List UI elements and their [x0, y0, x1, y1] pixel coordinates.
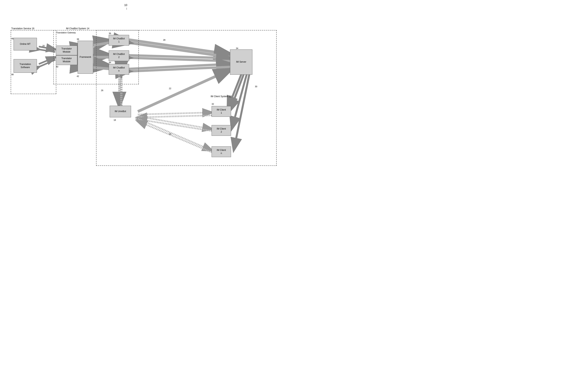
ref-44: 44 — [109, 61, 111, 64]
ref-34: 34 — [236, 47, 238, 49]
diagram-number: 10 — [124, 3, 127, 6]
box-translator-module-2: TranslatorModule — [56, 55, 77, 65]
box-translator-module-1: TranslatorModule — [56, 46, 77, 55]
label-translation-gateway: Translation Gateway — [56, 31, 76, 34]
arrow-down: ↓ — [126, 6, 127, 10]
ref-36: 36 — [109, 32, 111, 34]
box-translation-software: TranslationSoftware — [13, 59, 37, 73]
label-im-chatbot-system: IM ChatBot System 14 — [66, 27, 89, 30]
ref-28: 28 — [163, 39, 165, 41]
ref-30: 30 — [255, 85, 257, 88]
box-im-chatbot-n: IM ChatBotn — [109, 64, 129, 75]
ref-42: 42 — [77, 75, 79, 77]
ref-24: 24 — [169, 133, 171, 135]
ref-20: 20 — [42, 45, 45, 47]
box-im-server: IM Server — [230, 49, 252, 75]
box-im-client-2: IM Client2 — [212, 125, 231, 136]
ref-38: 38 — [77, 38, 79, 40]
ref-26: 26 — [101, 89, 103, 92]
box-im-univbot: IM UnivBot — [110, 106, 131, 117]
ref-46: 46 — [11, 37, 13, 40]
label-translation-service: Translation Service 16 — [11, 27, 34, 30]
ref-32: 32 — [212, 103, 214, 105]
box-framework: Framework — [78, 41, 93, 74]
diagram-container: { "diagram": { "title_number": "10", "ar… — [0, 0, 294, 196]
box-im-client-1: IM Client1 — [212, 106, 231, 117]
box-im-chatbot-2: IM ChatBot2 — [109, 50, 129, 61]
box-im-client-n: IM Clientn — [212, 146, 231, 157]
ref-18: 18 — [114, 119, 116, 121]
ref-40: 40 — [56, 66, 58, 68]
ref-48: 48 — [11, 73, 13, 76]
label-im-client-system: IM Client System 12 — [211, 95, 231, 98]
box-im-chatbot-1: IM ChatBot1 — [109, 35, 129, 46]
ref-22: 22 — [169, 87, 171, 90]
box-online-mt: Online MT — [13, 38, 37, 50]
